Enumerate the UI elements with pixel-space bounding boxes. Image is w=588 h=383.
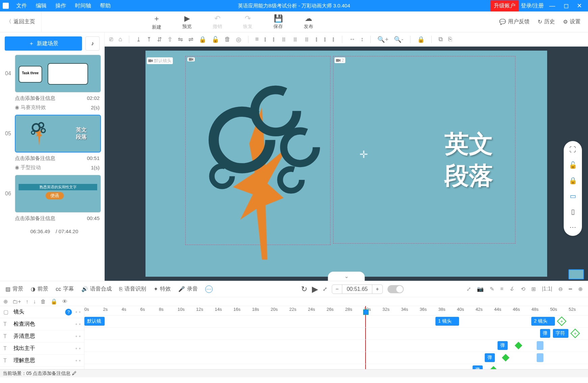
undo-button[interactable]: ↶撤销: [204, 13, 231, 30]
zoom-in-icon[interactable]: ⊕: [578, 286, 583, 292]
play-icon[interactable]: ◉ 手型拉动: [15, 164, 41, 171]
toggle-switch[interactable]: [387, 285, 404, 293]
lock-canvas-icon[interactable]: 🔒: [417, 36, 425, 43]
clip-anim[interactable]: 弹: [540, 329, 550, 338]
down-icon[interactable]: ↓: [33, 299, 36, 305]
track-camera[interactable]: 默认镜 1 镜头 2 镜头 +: [84, 316, 588, 328]
track-header-text4[interactable]: T理解意思• •: [0, 355, 84, 367]
menu-action[interactable]: 操作: [51, 1, 70, 11]
paste-icon[interactable]: ⎘: [448, 36, 452, 43]
asr-tab[interactable]: ⎘语音识别: [119, 285, 146, 293]
feedback-button[interactable]: 💬用户反馈: [499, 18, 530, 25]
clip-camera-1[interactable]: 1 镜头: [435, 317, 459, 326]
record-tab[interactable]: 🎤录音: [178, 285, 198, 293]
clip-anim[interactable]: 弹: [473, 365, 483, 369]
more-icon[interactable]: ⋯: [569, 223, 576, 231]
flip-h-icon[interactable]: ⇋: [178, 36, 183, 43]
fullscreen-icon[interactable]: ⛶: [569, 146, 576, 154]
clip-segment[interactable]: [537, 341, 543, 350]
layer-icon[interactable]: ⎚: [109, 36, 113, 43]
time-value[interactable]: 00:51.65: [342, 285, 372, 294]
bg-tab[interactable]: ▨背景: [5, 285, 23, 293]
align-left-icon[interactable]: ≡: [255, 36, 259, 43]
track-text4[interactable]: 弹: [84, 364, 588, 369]
canvas-stage[interactable]: 默认镜头 2 ✛ 英文 段落: [145, 51, 547, 277]
keyframe[interactable]: [502, 354, 510, 362]
add-keyframe-button[interactable]: +: [570, 329, 580, 338]
lock-icon[interactable]: 🔒: [51, 298, 57, 305]
dist-v-icon[interactable]: ⫼: [292, 36, 298, 43]
minimize-icon[interactable]: —: [546, 2, 559, 9]
clip-anim[interactable]: 弹: [485, 353, 495, 362]
scene-item-06[interactable]: 06 熟悉英语的实用性文字 便函 点击添加备注信息00:45: [3, 175, 101, 223]
spacing-h-icon[interactable]: ↔: [349, 36, 355, 43]
scene-thumbnail[interactable]: 熟悉英语的实用性文字 便函: [15, 175, 101, 213]
align-m-icon[interactable]: ⫼: [304, 36, 310, 43]
back-home-button[interactable]: 〈 返回主页: [0, 11, 42, 32]
copy-icon[interactable]: ⧉: [438, 36, 443, 43]
close-icon[interactable]: ✕: [573, 2, 585, 9]
align-bottom-icon[interactable]: ⤓: [136, 36, 141, 43]
track-header-camera[interactable]: ▢镜头?• •: [0, 306, 84, 318]
time-minus-button[interactable]: −: [332, 285, 342, 294]
help-icon[interactable]: ?: [65, 309, 72, 316]
zoom-in-icon[interactable]: 🔍+: [377, 36, 389, 43]
add-tab-button[interactable]: ⋯: [205, 285, 213, 293]
dist-h-icon[interactable]: ⫼: [281, 36, 287, 43]
unlock-icon[interactable]: 🔓: [212, 36, 219, 43]
minimap[interactable]: [568, 269, 584, 279]
play-icon[interactable]: ▶: [312, 284, 318, 294]
play-icon[interactable]: ◉ 马赛克特效: [15, 104, 46, 111]
align-top-icon[interactable]: ⤒: [146, 36, 152, 43]
keyframe[interactable]: [490, 366, 498, 369]
rewind-icon[interactable]: ↻: [301, 285, 307, 294]
menu-help[interactable]: 帮助: [96, 1, 115, 11]
focus-icon[interactable]: ◎: [236, 36, 241, 43]
clip-anim[interactable]: 弹: [498, 341, 508, 350]
expand-handle[interactable]: ⌄: [328, 272, 365, 281]
align-center-icon[interactable]: ⫿: [264, 36, 267, 43]
scene-thumbnail[interactable]: 英文段落: [15, 115, 101, 153]
zoom-out-icon[interactable]: ⊖: [558, 286, 563, 292]
filter-icon[interactable]: ⫝̸: [509, 286, 515, 292]
clip-camera-2[interactable]: 2 镜头: [531, 317, 555, 326]
align-icon[interactable]: ⫿: [315, 36, 318, 43]
desktop-icon[interactable]: ▭: [570, 192, 576, 200]
scene-note[interactable]: 点击添加备注信息: [15, 155, 55, 162]
trash-icon[interactable]: 🗑: [224, 36, 231, 43]
menu-file[interactable]: 文件: [12, 1, 31, 11]
spacing-v-icon[interactable]: ↕: [360, 36, 364, 43]
expand-icon[interactable]: ⤢: [323, 286, 327, 292]
canvas-text[interactable]: 英文 段落: [445, 128, 493, 191]
timeline-ruler[interactable]: 0s2s4s6s8s10s12s14s16s18s20s22s24s26s28s…: [84, 306, 588, 316]
subtitle-tab[interactable]: cc字幕: [56, 285, 74, 293]
track-text3[interactable]: 弹: [84, 352, 588, 364]
up-icon[interactable]: ↑: [26, 299, 28, 305]
folder-icon[interactable]: 🗀+: [12, 299, 21, 305]
phone-icon[interactable]: ▯: [571, 208, 575, 216]
track-header-text3[interactable]: T找出主干• •: [0, 343, 84, 355]
ratio-icon[interactable]: |1:1|: [542, 286, 552, 292]
scene-note[interactable]: 点击添加备注信息: [15, 95, 55, 102]
save-button[interactable]: 💾保存: [264, 13, 292, 30]
align-icon[interactable]: ⫿: [332, 36, 335, 43]
grid-icon[interactable]: ⊞: [531, 286, 536, 292]
track-text2[interactable]: 弹: [84, 340, 588, 352]
scene-thumbnail[interactable]: [15, 55, 101, 92]
tool-icon[interactable]: ⤢: [466, 286, 471, 292]
time-plus-button[interactable]: +: [372, 285, 382, 294]
new-button[interactable]: ＋新建: [143, 13, 170, 30]
scene-item-04[interactable]: 04 点击添加备注信息02:02 ◉ 马赛克特效2(s): [3, 55, 101, 112]
align-icon[interactable]: ⫿: [324, 36, 327, 43]
edit-icon[interactable]: ✎: [490, 286, 494, 292]
align-right-icon[interactable]: ⫿: [272, 36, 275, 43]
home-icon[interactable]: ⌂: [118, 36, 122, 43]
fg-tab[interactable]: ◑前景: [31, 285, 48, 293]
clip-segment[interactable]: [537, 353, 543, 362]
redo-button[interactable]: ↷恢复: [234, 13, 262, 30]
music-button[interactable]: ♪: [85, 36, 100, 51]
track-text1[interactable]: 弹 字符 +: [84, 328, 588, 340]
scene-item-05[interactable]: 05 英文段落 点击添加备注信息00:51 ◉ 手型拉动1(s): [3, 115, 101, 172]
trash-icon[interactable]: 🗑: [41, 299, 46, 305]
login-link[interactable]: 登录/注册: [521, 2, 544, 9]
